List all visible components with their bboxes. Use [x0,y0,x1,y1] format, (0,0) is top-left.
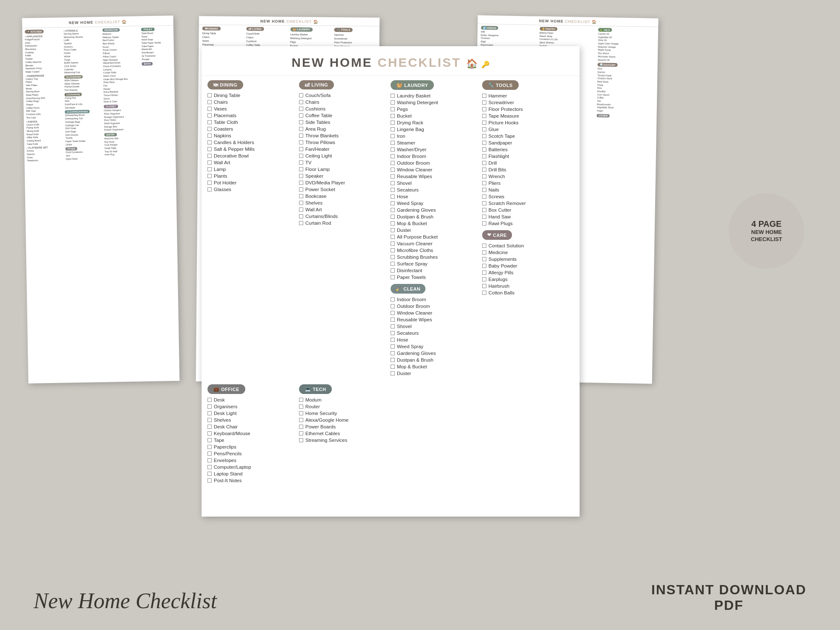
checkbox[interactable] [391,194,395,199]
checkbox[interactable] [391,358,395,362]
checkbox[interactable] [482,188,486,192]
checkbox[interactable] [391,174,395,178]
checkbox[interactable] [207,154,212,158]
checkbox[interactable] [391,121,395,125]
checkbox[interactable] [207,93,212,97]
checkbox[interactable] [391,168,395,172]
checkbox[interactable] [207,160,212,165]
checkbox[interactable] [391,94,395,98]
checkbox[interactable] [299,201,303,205]
checkbox[interactable] [299,120,303,124]
checkbox[interactable] [299,404,303,409]
checkbox[interactable] [207,438,212,442]
checkbox[interactable] [391,344,395,349]
checkbox[interactable] [391,365,395,369]
checkbox[interactable] [391,181,395,185]
checkbox[interactable] [482,208,486,212]
checkbox[interactable] [391,147,395,152]
checkbox[interactable] [391,304,395,308]
checkbox[interactable] [391,297,395,302]
checkbox[interactable] [482,154,486,158]
checkbox[interactable] [207,140,212,144]
checkbox[interactable] [391,255,395,259]
checkbox[interactable] [299,438,303,442]
checkbox[interactable] [299,181,303,185]
checkbox[interactable] [482,244,486,248]
checkbox[interactable] [207,452,212,456]
checkbox[interactable] [299,160,303,165]
checkbox[interactable] [207,134,212,138]
checkbox[interactable] [391,268,395,273]
checkbox[interactable] [207,100,212,104]
checkbox[interactable] [299,411,303,415]
checkbox[interactable] [299,107,303,111]
checkbox[interactable] [391,235,395,239]
checkbox[interactable] [207,458,212,462]
checkbox[interactable] [482,174,486,178]
checkbox[interactable] [207,120,212,124]
checkbox[interactable] [391,351,395,355]
checkbox[interactable] [207,107,212,111]
checkbox[interactable] [299,214,303,218]
checkbox[interactable] [207,425,212,429]
checkbox[interactable] [391,371,395,375]
checkbox[interactable] [299,127,303,131]
checkbox[interactable] [482,284,486,288]
checkbox[interactable] [391,141,395,145]
checkbox[interactable] [299,113,303,118]
checkbox[interactable] [207,181,212,185]
checkbox[interactable] [299,134,303,138]
checkbox[interactable] [391,188,395,192]
checkbox[interactable] [482,94,486,98]
checkbox[interactable] [482,134,486,138]
checkbox[interactable] [207,411,212,415]
checkbox[interactable] [482,147,486,152]
checkbox[interactable] [207,472,212,476]
checkbox[interactable] [482,291,486,295]
checkbox[interactable] [482,127,486,131]
checkbox[interactable] [391,228,395,232]
checkbox[interactable] [207,398,212,402]
checkbox[interactable] [299,100,303,104]
checkbox[interactable] [207,127,212,131]
checkbox[interactable] [299,398,303,402]
checkbox[interactable] [482,250,486,255]
checkbox[interactable] [482,141,486,145]
checkbox[interactable] [299,167,303,171]
checkbox[interactable] [207,167,212,171]
checkbox[interactable] [482,270,486,275]
checkbox[interactable] [482,264,486,268]
checkbox[interactable] [207,431,212,436]
checkbox[interactable] [299,147,303,151]
checkbox[interactable] [482,121,486,125]
checkbox[interactable] [391,208,395,212]
checkbox[interactable] [299,194,303,198]
checkbox[interactable] [482,277,486,281]
checkbox[interactable] [299,425,303,429]
checkbox[interactable] [391,242,395,246]
checkbox[interactable] [207,174,212,178]
checkbox[interactable] [482,221,486,226]
checkbox[interactable] [207,478,212,483]
checkbox[interactable] [207,418,212,422]
checkbox[interactable] [391,107,395,111]
checkbox[interactable] [482,181,486,185]
checkbox[interactable] [299,187,303,192]
checkbox[interactable] [207,187,212,192]
checkbox[interactable] [299,174,303,178]
checkbox[interactable] [207,404,212,409]
checkbox[interactable] [299,93,303,97]
checkbox[interactable] [207,147,212,151]
checkbox[interactable] [391,331,395,335]
checkbox[interactable] [391,275,395,279]
checkbox[interactable] [391,100,395,105]
checkbox[interactable] [391,311,395,315]
checkbox[interactable] [299,140,303,144]
checkbox[interactable] [482,100,486,105]
checkbox[interactable] [299,418,303,422]
checkbox[interactable] [482,161,486,165]
checkbox[interactable] [299,207,303,212]
checkbox[interactable] [391,338,395,342]
checkbox[interactable] [391,154,395,158]
checkbox[interactable] [391,318,395,322]
